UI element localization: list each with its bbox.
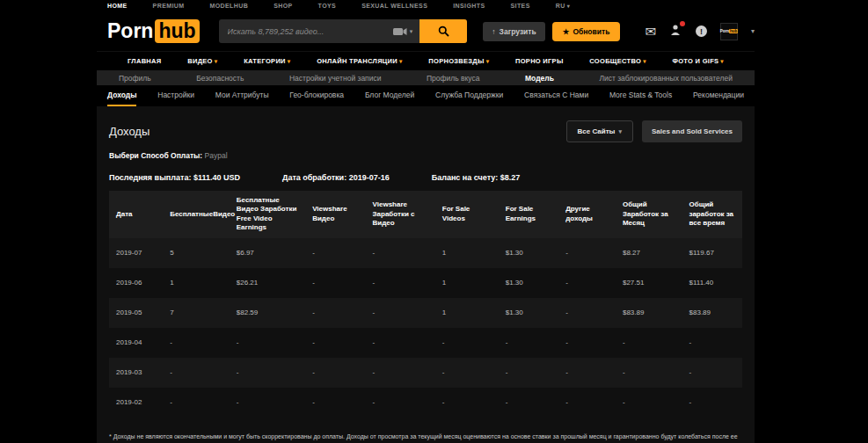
col-header-other-earnings: Другие доходы: [558, 200, 616, 229]
star-icon: ★: [563, 27, 570, 36]
last-payout: Последняя выплата: $111.40 USD: [109, 173, 240, 182]
upgrade-label: Обновить: [573, 27, 609, 36]
mail-icon[interactable]: ✉: [645, 24, 656, 40]
earnings-content: Доходы Все Сайты▾ Sales and Sold Service…: [97, 106, 755, 443]
topbar-item-sexual-wellness[interactable]: SEXUAL WELLNESS: [361, 3, 427, 9]
col-header-for-sale-earnings: For Sale Earnings: [499, 200, 558, 229]
nav-categories[interactable]: КАТЕГОРИИ▾: [244, 57, 290, 65]
table-row: 2019-04 - - - - - - - - -: [109, 328, 742, 358]
tab-contact-us[interactable]: Связаться С Нами: [524, 85, 588, 106]
logo-hub-text: hub: [155, 19, 199, 43]
top-utility-bar: HOME PREMIUM MODELHUB SHOP TOYS SEXUAL W…: [97, 0, 755, 11]
topbar-item-premium[interactable]: PREMIUM: [153, 3, 185, 9]
footnotes: * Доходы не являются окончательными и мо…: [109, 432, 742, 443]
settings-nav-blocked-users[interactable]: Лист заблокированных пользователей: [599, 74, 733, 83]
header-icons: ✉ ! Pornhub ▾: [645, 23, 755, 40]
nav-pornstars[interactable]: ПОРНОЗВЕЗДЫ▾: [428, 57, 489, 65]
avatar[interactable]: Pornhub: [720, 23, 738, 40]
settings-nav-account[interactable]: Настройки учетной записи: [289, 74, 382, 83]
locale-label: RU: [556, 3, 565, 9]
topbar-item-toys[interactable]: TOYS: [318, 3, 337, 9]
chevron-down-icon: ▾: [567, 4, 570, 9]
tab-model-blog[interactable]: Блог Моделей: [365, 85, 414, 106]
col-header-month-total: Общий Заработок за Месяц: [616, 195, 682, 233]
search-button[interactable]: [419, 19, 467, 43]
processing-date: Дата обработки: 2019-07-16: [282, 173, 390, 182]
chevron-down-icon: ▾: [618, 128, 622, 134]
settings-nav: Профиль Безопасность Настройки учетной з…: [97, 70, 755, 85]
nav-porn-games[interactable]: ПОРНО ИГРЫ: [515, 57, 564, 65]
info-icon[interactable]: !: [696, 25, 707, 37]
upload-label: Загрузить: [500, 27, 536, 36]
earnings-table: Дата БесплатныеВидео Бесплатные Видео За…: [109, 191, 742, 418]
chevron-down-icon: ▾: [288, 58, 291, 64]
search-icon: [438, 25, 449, 37]
search-input[interactable]: [219, 27, 386, 36]
site-header: Pornhub ▾ ↑ Загрузить ★ Обновить ✉: [97, 11, 755, 51]
model-tabs: Доходы Настройки Мои Аттрибуты Гео-блоки…: [97, 85, 755, 106]
site-logo[interactable]: Pornhub: [107, 19, 200, 43]
payment-method-value[interactable]: Paypal: [205, 151, 228, 160]
upgrade-button[interactable]: ★ Обновить: [552, 22, 621, 41]
nav-live[interactable]: ОНЛАЙН ТРАНСЛЯЦИИ▾: [317, 57, 402, 65]
payout-stats-row: Последняя выплата: $111.40 USD Дата обра…: [109, 173, 742, 182]
settings-nav-model[interactable]: Модель: [525, 74, 554, 83]
col-header-free-videos: БесплатныеВидео: [163, 205, 230, 224]
settings-nav-profile[interactable]: Профиль: [119, 74, 151, 83]
account-balance: Баланс на счету: $8.27: [432, 173, 521, 182]
table-header-row: Дата БесплатныеВидео Бесплатные Видео За…: [109, 191, 742, 238]
avatar-mini-logo: Pornhub: [720, 29, 739, 33]
chevron-down-icon[interactable]: ▾: [751, 27, 755, 35]
nav-home[interactable]: ГЛАВНАЯ: [128, 57, 161, 65]
page-container: HOME PREMIUM MODELHUB SHOP TOYS SEXUAL W…: [97, 0, 755, 443]
footnote-earnings-disclaimer: * Доходы не являются окончательными и мо…: [109, 432, 742, 443]
table-row: 2019-02 - - - - - - - - -: [109, 388, 742, 418]
tab-recommendations[interactable]: Рекомендации: [693, 85, 744, 106]
video-search-dropdown[interactable]: ▾: [386, 27, 420, 36]
settings-nav-taste-profile[interactable]: Профиль вкуса: [427, 74, 480, 83]
search-bar: ▾: [219, 19, 468, 43]
tab-attributes[interactable]: Мои Аттрибуты: [215, 85, 269, 106]
sales-sold-services-button[interactable]: Sales and Sold Services: [642, 120, 742, 142]
settings-nav-security[interactable]: Безопасность: [196, 74, 244, 83]
topbar-item-shop[interactable]: SHOP: [274, 3, 292, 9]
nav-community[interactable]: СООБЩЕСТВО▾: [589, 57, 646, 65]
topbar-item-insights[interactable]: INSIGHTS: [453, 3, 485, 9]
table-row: 2019-07 5 $6.97 - - 1 $1.30 - $8.27 $119…: [109, 238, 742, 268]
tab-geo-blocking[interactable]: Гео-блокировка: [289, 85, 344, 106]
col-header-for-sale-videos: For Sale Videos: [435, 200, 499, 229]
col-header-viewshare-earnings: Viewshare Заработки с Видео: [366, 195, 435, 233]
upload-button[interactable]: ↑ Загрузить: [483, 22, 544, 41]
main-nav: ГЛАВНАЯ ВИДЕО▾ КАТЕГОРИИ▾ ОНЛАЙН ТРАНСЛЯ…: [97, 51, 755, 70]
col-header-free-video-earnings: Бесплатные Видео Заработки Free Video Ea…: [230, 191, 305, 238]
friends-notifications-button[interactable]: [669, 24, 682, 40]
col-header-viewshare-videos: Viewshare Видео: [305, 200, 365, 229]
chevron-down-icon: ▾: [215, 58, 218, 64]
page-title: Доходы: [109, 125, 150, 138]
locale-selector[interactable]: RU▾: [556, 3, 570, 9]
chevron-down-icon: ▾: [399, 58, 403, 64]
notification-dot: [680, 21, 685, 26]
logo-porn-text: Porn: [107, 19, 153, 43]
topbar-item-sites[interactable]: SITES: [511, 3, 530, 9]
table-row: 2019-06 1 $26.21 - - 1 $1.30 - $27.51 $1…: [109, 268, 742, 298]
chevron-down-icon: ▾: [720, 58, 724, 64]
table-row: 2019-05 7 $82.59 - - 1 $1.30 - $83.89 $8…: [109, 298, 742, 328]
camera-icon: [393, 27, 407, 36]
chevron-down-icon: ▾: [643, 58, 646, 64]
upload-arrow-icon: ↑: [492, 27, 495, 36]
tab-support[interactable]: Служба Поддержки: [435, 85, 503, 106]
payment-method-label: Выбери Способ Оплаты:: [109, 151, 202, 160]
nav-video[interactable]: ВИДЕО▾: [187, 57, 217, 65]
col-header-alltime-total: Общий заработок за все время: [682, 195, 742, 233]
nav-photos-gifs[interactable]: ФОТО И GIFS▾: [673, 57, 724, 65]
tab-settings[interactable]: Настройки: [157, 85, 194, 106]
chevron-down-icon: ▾: [486, 58, 490, 64]
payment-method-line: Выбери Способ Оплаты: Paypal: [109, 151, 742, 160]
tab-earnings[interactable]: Доходы: [107, 85, 136, 106]
tab-more-stats-tools[interactable]: More Stats & Tools: [609, 85, 672, 106]
topbar-item-home[interactable]: HOME: [107, 3, 128, 9]
col-header-date: Дата: [109, 205, 163, 224]
all-sites-dropdown[interactable]: Все Сайты▾: [566, 120, 633, 142]
topbar-item-modelhub[interactable]: MODELHUB: [209, 3, 248, 9]
